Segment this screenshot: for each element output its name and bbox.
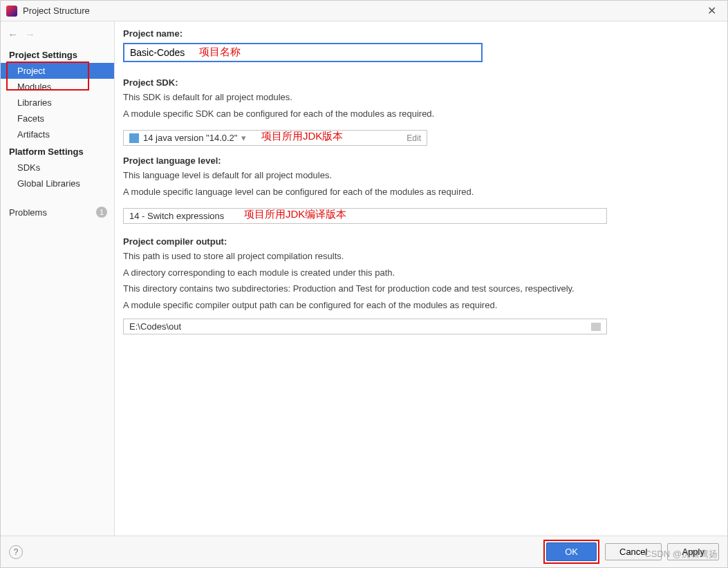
sdk-value: 14 java version "14.0.2"	[143, 133, 237, 143]
annotation-box-ok: OK	[543, 540, 599, 564]
back-icon[interactable]: ←	[8, 28, 18, 40]
platform-settings-header: Platform Settings	[1, 142, 114, 160]
folder-icon[interactable]	[591, 323, 601, 331]
sidebar-item-sdks[interactable]: SDKs	[1, 160, 114, 176]
lang-desc-1: This language level is default for all p…	[123, 169, 718, 182]
problems-count-badge: 1	[96, 207, 107, 218]
nav-arrows: ← →	[1, 26, 114, 46]
sidebar-item-global-libraries[interactable]: Global Libraries	[1, 176, 114, 191]
sidebar-item-artifacts[interactable]: Artifacts	[1, 126, 114, 142]
help-icon[interactable]: ?	[9, 545, 23, 559]
lang-desc-2: A module specific language level can be …	[123, 185, 718, 199]
dialog-footer: ? OK Cancel Apply CSDN @虎啸鹰扬	[1, 536, 727, 567]
output-desc-4: A module specific compiler output path c…	[123, 299, 718, 312]
lang-level-dropdown[interactable]: 14 - Switch expressions	[123, 208, 607, 224]
project-name-input[interactable]	[130, 47, 476, 58]
sidebar: ← → Project Settings Project Modules Lib…	[1, 21, 115, 536]
sdk-edit-link[interactable]: Edit	[407, 133, 421, 143]
forward-icon[interactable]: →	[25, 28, 35, 40]
problems-label: Problems	[9, 207, 47, 218]
sidebar-item-project[interactable]: Project	[1, 63, 114, 79]
compiler-output-field[interactable]: E:\Codes\out	[123, 319, 607, 334]
titlebar: Project Structure ✕	[1, 1, 727, 21]
project-name-label: Project name:	[123, 28, 718, 39]
output-desc-1: This path is used to store all project c…	[123, 249, 718, 263]
sidebar-item-problems[interactable]: Problems 1	[1, 204, 114, 220]
output-value: E:\Codes\out	[129, 321, 181, 332]
lang-level-label: Project language level:	[123, 155, 718, 166]
ok-button[interactable]: OK	[546, 542, 597, 561]
sdk-desc-1: This SDK is default for all project modu…	[123, 91, 718, 104]
lang-value: 14 - Switch expressions	[129, 211, 224, 221]
window-title: Project Structure	[23, 6, 701, 16]
main-panel: Project name: 项目名称 Project SDK: This SDK…	[115, 21, 727, 536]
dialog-body: ← → Project Settings Project Modules Lib…	[1, 21, 727, 536]
sidebar-item-libraries[interactable]: Libraries	[1, 95, 114, 111]
project-sdk-dropdown[interactable]: 14 java version "14.0.2" ▾ Edit	[123, 130, 427, 146]
project-name-input-wrapper[interactable]	[123, 43, 483, 62]
project-structure-dialog: Project Structure ✕ ← → Project Settings…	[0, 0, 728, 568]
apply-button[interactable]: Apply	[667, 543, 719, 560]
project-sdk-label: Project SDK:	[123, 77, 718, 88]
project-settings-header: Project Settings	[1, 46, 114, 63]
app-icon	[6, 6, 17, 17]
output-desc-3: This directory contains two subdirectori…	[123, 282, 718, 296]
cancel-button[interactable]: Cancel	[605, 543, 662, 560]
output-label: Project compiler output:	[123, 236, 718, 247]
jdk-icon	[129, 133, 139, 143]
sdk-desc-2: A module specific SDK can be configured …	[123, 107, 718, 121]
close-icon[interactable]: ✕	[701, 4, 722, 17]
sidebar-item-facets[interactable]: Facets	[1, 111, 114, 126]
output-desc-2: A directory corresponding to each module…	[123, 266, 718, 280]
sidebar-item-modules[interactable]: Modules	[1, 79, 114, 95]
